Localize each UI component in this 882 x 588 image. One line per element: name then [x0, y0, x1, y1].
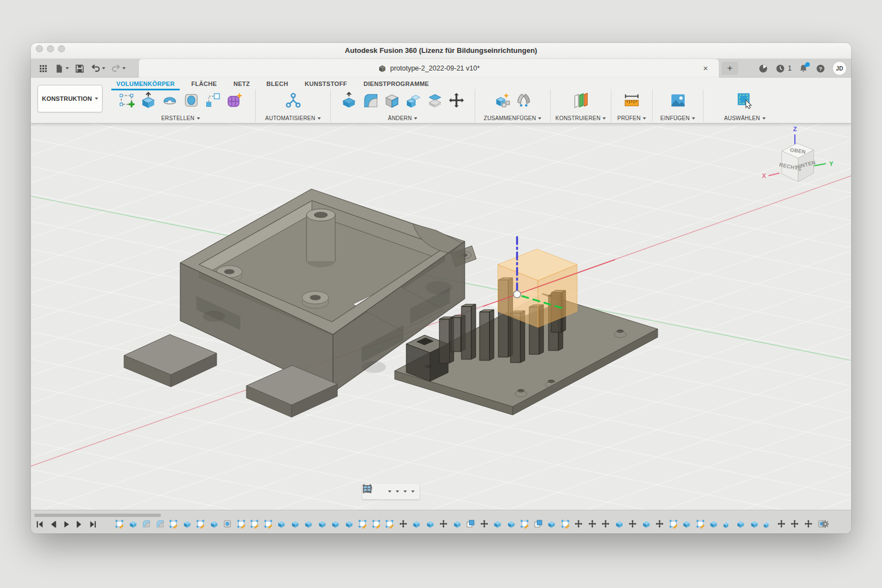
- timeline-scrollbar[interactable]: [34, 514, 161, 517]
- timeline-feature-move[interactable]: [399, 519, 408, 528]
- group-dropdown-konstruieren[interactable]: KONSTRUIEREN: [556, 115, 606, 121]
- pin-header[interactable]: [480, 310, 494, 360]
- timeline-feature-extrude[interactable]: [493, 519, 502, 528]
- timeline-skip-start-button[interactable]: [35, 520, 45, 529]
- pin-header[interactable]: [461, 304, 476, 359]
- timeline-feature-move[interactable]: [655, 519, 664, 528]
- timeline-feature-sketch[interactable]: [372, 519, 381, 528]
- timeline-feature-extrude[interactable]: [182, 519, 192, 528]
- timeline-feature-move[interactable]: [777, 519, 786, 528]
- timeline-feature-hole[interactable]: [223, 519, 232, 528]
- timeline-feature-move[interactable]: [439, 519, 448, 528]
- timeline-feature-sketch[interactable]: [358, 519, 367, 528]
- timeline-feature-extrude[interactable]: [304, 519, 313, 528]
- timeline-step-back-button[interactable]: [49, 520, 58, 529]
- joint-button[interactable]: [515, 91, 533, 109]
- origin-marker[interactable]: [514, 291, 521, 298]
- timeline-feature-extrude[interactable]: [615, 519, 624, 528]
- hole-button[interactable]: [182, 91, 200, 109]
- form-button[interactable]: [225, 91, 243, 109]
- nav-fit-button[interactable]: [386, 489, 393, 494]
- timeline-feature-copy[interactable]: [534, 519, 543, 528]
- timeline-feature-extrude[interactable]: [412, 519, 421, 528]
- fillet-button[interactable]: [362, 91, 379, 109]
- sketch-button[interactable]: [118, 91, 136, 109]
- nav-grid-snap-button[interactable]: [402, 489, 408, 494]
- job-status-button[interactable]: 1: [775, 63, 792, 74]
- ribbon-tab-kunststoff[interactable]: KUNSTSTOFF: [297, 79, 356, 89]
- extensions-button[interactable]: [758, 63, 768, 74]
- nav-display-button[interactable]: [394, 489, 401, 494]
- timeline-feature-extrude[interactable]: [642, 519, 651, 528]
- view-cube[interactable]: RECHTS HINTEN OBEN: [779, 143, 816, 182]
- timeline-feature-fillet[interactable]: [155, 519, 165, 528]
- avatar-button[interactable]: JD: [832, 61, 847, 75]
- timeline-feature-extrude[interactable]: [318, 519, 327, 528]
- nav-zoom-button[interactable]: [382, 490, 385, 493]
- timeline-feature-sketch[interactable]: [385, 519, 394, 528]
- timeline-feature-extrude[interactable]: [426, 519, 435, 528]
- timeline-feature-extrude[interactable]: [209, 519, 219, 528]
- group-dropdown-automatisieren[interactable]: AUTOMATISIEREN: [265, 115, 321, 121]
- timeline-feature-extrude[interactable]: [736, 519, 745, 528]
- timeline-feature-extrude[interactable]: [291, 519, 300, 528]
- timeline-feature-sketch[interactable]: [263, 519, 273, 528]
- new-tab-button[interactable]: +: [722, 62, 738, 75]
- timeline-feature-move[interactable]: [480, 519, 489, 528]
- measure-button[interactable]: [623, 91, 641, 109]
- timeline-feature-combine[interactable]: [723, 519, 732, 528]
- timeline-play-button[interactable]: [62, 520, 71, 529]
- notifications-button[interactable]: [798, 63, 809, 74]
- ribbon-tab-dienstprogramme[interactable]: DIENSTPROGRAMME: [355, 79, 437, 89]
- group-dropdown-auswählen[interactable]: AUSWÄHLEN: [724, 115, 765, 121]
- timeline-feature-sketch[interactable]: [115, 519, 124, 528]
- group-dropdown-erstellen[interactable]: ERSTELLEN: [161, 115, 200, 121]
- timeline-feature-extrude[interactable]: [277, 519, 286, 528]
- nav-pan-button[interactable]: [378, 490, 381, 493]
- workspace-selector-button[interactable]: KONSTRUKTION: [37, 85, 103, 112]
- select-button[interactable]: [736, 91, 754, 109]
- move-button[interactable]: [448, 91, 465, 109]
- canvas-button[interactable]: [669, 91, 687, 109]
- timeline-settings-gear[interactable]: [820, 519, 830, 529]
- group-dropdown-einfügen[interactable]: EINFÜGEN: [660, 115, 695, 121]
- timeline-feature-extrude[interactable]: [709, 519, 718, 528]
- group-dropdown-zusammenfügen[interactable]: ZUSAMMENFÜGEN: [484, 115, 542, 121]
- timeline-feature-move[interactable]: [804, 519, 813, 528]
- new-component-button[interactable]: [493, 91, 511, 109]
- plane-button[interactable]: [572, 91, 590, 109]
- ribbon-tab-netz[interactable]: NETZ: [225, 79, 258, 89]
- revolve-button[interactable]: [161, 91, 179, 109]
- timeline-feature-sketch[interactable]: [520, 519, 529, 528]
- timeline-feature-sketch[interactable]: [196, 519, 205, 528]
- timeline-feature-extrude[interactable]: [345, 519, 354, 528]
- help-button[interactable]: ?: [815, 63, 826, 74]
- press-pull-button[interactable]: [340, 91, 358, 109]
- combine-button[interactable]: [405, 91, 422, 109]
- timeline-feature-extrude[interactable]: [331, 519, 340, 528]
- timeline-skip-end-button[interactable]: [88, 520, 98, 529]
- timeline-feature-extrude[interactable]: [547, 519, 556, 528]
- timeline-feature-move[interactable]: [601, 519, 610, 528]
- ribbon-tab-blech[interactable]: BLECH: [258, 79, 296, 89]
- timeline-feature-extrude[interactable]: [682, 519, 691, 528]
- group-dropdown-prüfen[interactable]: PRÜFEN: [617, 115, 646, 121]
- shell-button[interactable]: [383, 91, 401, 109]
- document-tab[interactable]: prototype-2_2022-09-21 v10* ×: [139, 59, 719, 78]
- save-button[interactable]: [73, 62, 87, 75]
- undo-button[interactable]: [89, 62, 107, 75]
- timeline-feature-move[interactable]: [628, 519, 637, 528]
- timeline-feature-extrude[interactable]: [750, 519, 759, 528]
- group-dropdown-ändern[interactable]: ÄNDERN: [388, 115, 417, 121]
- timeline-feature-copy[interactable]: [466, 519, 475, 528]
- ribbon-tab-fläche[interactable]: FLÄCHE: [183, 79, 225, 89]
- close-tab-button[interactable]: ×: [700, 63, 711, 74]
- pattern-button[interactable]: [204, 91, 222, 109]
- redo-button[interactable]: [109, 62, 127, 75]
- timeline-feature-move[interactable]: [574, 519, 583, 528]
- timeline-feature-sketch[interactable]: [250, 519, 259, 528]
- timeline-feature-extrude[interactable]: [453, 519, 462, 528]
- timeline-feature-extrude[interactable]: [507, 519, 516, 528]
- timeline-feature-extrude[interactable]: [128, 519, 138, 528]
- ribbon-tab-volumenkörper[interactable]: VOLUMENKÖRPER: [108, 79, 183, 89]
